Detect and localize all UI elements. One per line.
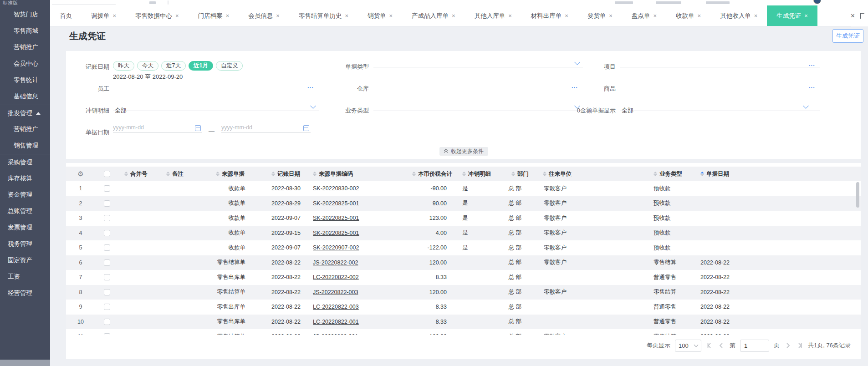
cell-code[interactable]: LC-20220822-001: [307, 315, 388, 330]
cell-code[interactable]: SK-20220825-001: [307, 226, 388, 241]
column-header-dept[interactable]: 部门: [493, 167, 537, 181]
table-row[interactable]: 5收款单2022-09-07SK-20220907-002-122.00是总 部…: [66, 240, 861, 255]
warehouse-picker-ellipsis[interactable]: ...: [572, 82, 578, 89]
sidebar-item[interactable]: 固定资产: [0, 252, 50, 269]
warehouse-input[interactable]: [373, 78, 583, 89]
sort-icon[interactable]: [166, 172, 170, 176]
last-page-icon[interactable]: [796, 342, 803, 349]
date-quick-pill[interactable]: 昨天: [113, 61, 134, 71]
row-checkbox[interactable]: [104, 185, 110, 192]
source-doc-link[interactable]: JS-20220822-003: [313, 289, 358, 295]
row-checkbox[interactable]: [104, 230, 110, 236]
source-doc-link[interactable]: LC-20220822-001: [313, 319, 359, 325]
tab-item[interactable]: 要货单×: [578, 5, 622, 26]
tab-item[interactable]: 门店档案×: [189, 5, 239, 26]
date-quick-pill[interactable]: 今天: [137, 61, 158, 71]
project-picker-ellipsis[interactable]: ...: [809, 61, 815, 67]
column-header-check[interactable]: [95, 167, 119, 181]
tab-item[interactable]: 产成品入库单×: [402, 5, 465, 26]
sidebar-item[interactable]: 营销推广: [0, 39, 50, 56]
sort-icon[interactable]: [216, 172, 220, 176]
column-header-doc_date[interactable]: 单据日期: [695, 167, 861, 181]
cell-code[interactable]: JS-20220822-002: [307, 255, 388, 270]
close-tab-icon[interactable]: ×: [226, 12, 230, 19]
cell-code[interactable]: JS-20220822-001: [307, 329, 388, 335]
tab-item[interactable]: 盘点单×: [622, 5, 666, 26]
sort-icon[interactable]: [654, 172, 657, 176]
source-doc-link[interactable]: SK-20220830-002: [313, 185, 359, 192]
column-header-seq[interactable]: ⚙: [66, 167, 95, 181]
table-row[interactable]: 6零售结算单2022-08-22JS-20220822-002120.00总 部…: [66, 255, 861, 270]
close-tab-icon[interactable]: ×: [389, 12, 393, 19]
tab-item[interactable]: 零售结算单历史×: [289, 5, 358, 26]
cell-code[interactable]: LC-20220822-003: [307, 300, 388, 315]
sidebar-item[interactable]: 零售商城: [0, 23, 50, 39]
cell-code[interactable]: SK-20220830-002: [307, 181, 388, 196]
date-quick-pill[interactable]: 近7天: [161, 61, 186, 71]
row-checkbox[interactable]: [104, 244, 110, 251]
tab-item[interactable]: 其他入库单×: [465, 5, 521, 26]
source-doc-link[interactable]: SK-20220907-002: [313, 244, 359, 251]
goods-input[interactable]: [620, 78, 820, 89]
select-all-checkbox[interactable]: [104, 171, 110, 177]
row-checkbox[interactable]: [104, 200, 110, 207]
cell-code[interactable]: SK-20220825-001: [307, 211, 388, 226]
sidebar-item[interactable]: 会员中心: [0, 56, 50, 72]
sidebar-item[interactable]: 经营管理: [0, 285, 50, 301]
close-tab-icon[interactable]: ×: [698, 12, 701, 19]
expand-icon[interactable]: [860, 13, 864, 19]
date-quick-pill[interactable]: 近1月: [189, 61, 213, 71]
cell-check[interactable]: [95, 270, 119, 285]
sort-icon[interactable]: [462, 172, 466, 176]
tab-item[interactable]: 调拨单×: [82, 5, 126, 26]
next-page-icon[interactable]: [784, 342, 791, 349]
source-doc-link[interactable]: LC-20220822-002: [313, 274, 359, 280]
table-row[interactable]: 8零售结算单2022-08-22JS-20220822-003120.00总 部…: [66, 285, 861, 300]
row-checkbox[interactable]: [104, 319, 110, 325]
page-number-input[interactable]: [740, 340, 769, 352]
tab-active[interactable]: 生成凭证×: [767, 5, 817, 26]
employee-input[interactable]: [113, 78, 319, 89]
sidebar-item[interactable]: 总账管理: [0, 203, 50, 219]
close-tab-icon[interactable]: ×: [508, 12, 512, 19]
close-tab-icon[interactable]: ×: [276, 12, 280, 19]
tab-item[interactable]: 收款单×: [666, 5, 710, 26]
project-input[interactable]: [620, 56, 820, 67]
column-header-amount[interactable]: 本币价税合计: [388, 167, 460, 181]
prev-page-icon[interactable]: [718, 342, 725, 349]
per-page-select[interactable]: 100: [675, 340, 701, 352]
cell-check[interactable]: [95, 300, 119, 315]
row-checkbox[interactable]: [104, 274, 110, 280]
sidebar-item[interactable]: 采购管理: [0, 154, 50, 170]
sort-icon[interactable]: [412, 172, 416, 176]
column-header-biz[interactable]: 业务类型: [651, 167, 695, 181]
sort-icon[interactable]: [271, 172, 275, 176]
goods-picker-ellipsis[interactable]: ...: [809, 82, 815, 89]
cell-code[interactable]: SK-20220907-002: [307, 240, 388, 255]
zero-amount-select[interactable]: [620, 100, 820, 111]
tab-item[interactable]: 会员信息×: [239, 5, 289, 26]
tab-item[interactable]: 材料出库单×: [521, 5, 578, 26]
row-checkbox[interactable]: [104, 333, 110, 335]
table-row[interactable]: 2收款单2022-08-29SK-20220825-00190.00是总 部零散…: [66, 196, 861, 211]
sort-icon[interactable]: [511, 172, 515, 176]
source-doc-link[interactable]: LC-20220822-003: [313, 304, 359, 310]
column-header-writeoff[interactable]: 冲销明细: [460, 167, 493, 181]
row-checkbox[interactable]: [104, 289, 110, 295]
close-tab-icon[interactable]: ×: [609, 12, 613, 19]
cell-check[interactable]: [95, 196, 119, 211]
cell-check[interactable]: [95, 240, 119, 255]
cell-check[interactable]: [95, 285, 119, 300]
column-header-partner[interactable]: 往来单位: [537, 167, 651, 181]
tab-item[interactable]: 首页: [50, 5, 82, 26]
sidebar-item[interactable]: 零售统计: [0, 72, 50, 88]
cell-code[interactable]: SK-20220825-001: [307, 196, 388, 211]
table-row[interactable]: 3收款单2022-09-07SK-20220825-001123.00是总 部零…: [66, 211, 861, 226]
close-tab-icon[interactable]: ×: [113, 12, 117, 19]
table-row[interactable]: 10零售出库单2022-08-22LC-20220822-0018.33总 部普…: [66, 315, 861, 330]
biz-type-select[interactable]: [373, 100, 583, 111]
gear-icon[interactable]: ⚙: [77, 170, 83, 178]
sidebar-item[interactable]: 库存核算: [0, 170, 50, 187]
calendar-icon[interactable]: [195, 125, 201, 131]
column-header-source[interactable]: 来源单据: [205, 167, 252, 181]
